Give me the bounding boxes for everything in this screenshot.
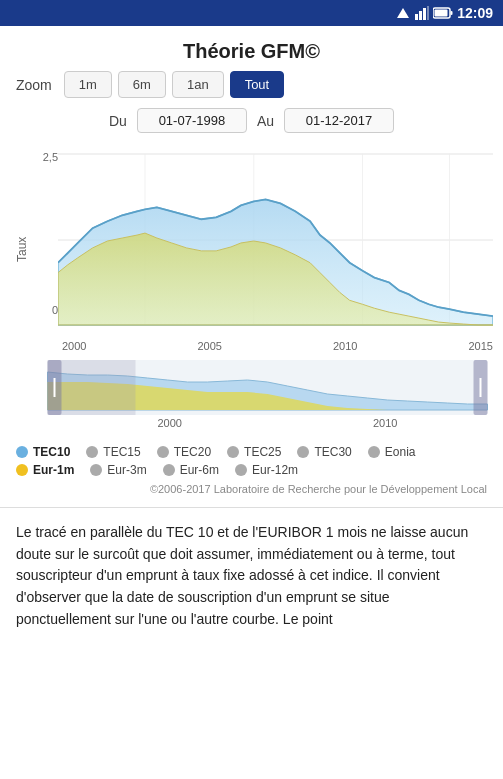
zoom-tout[interactable]: Tout — [230, 71, 285, 98]
legend-tec15: TEC15 — [86, 445, 140, 459]
eonia-dot — [368, 446, 380, 458]
eonia-label: Eonia — [385, 445, 416, 459]
from-label: Du — [109, 113, 127, 129]
tec20-dot — [157, 446, 169, 458]
svg-rect-4 — [427, 6, 429, 20]
main-chart-container: Taux 2,5 0 — [10, 143, 493, 356]
date-to-input[interactable] — [284, 108, 394, 133]
mini-x-label-2010: 2010 — [373, 417, 397, 429]
status-icons: 12:09 — [395, 5, 493, 21]
date-row: Du Au — [0, 108, 503, 143]
main-chart-wrap: Taux 2,5 0 — [10, 143, 493, 356]
eur12m-dot — [235, 464, 247, 476]
signal-icon — [395, 6, 411, 20]
page-title: Théorie GFM© — [0, 26, 503, 71]
tec20-label: TEC20 — [174, 445, 211, 459]
zoom-1m[interactable]: 1m — [64, 71, 112, 98]
zoom-label: Zoom — [16, 77, 52, 93]
eur3m-dot — [90, 464, 102, 476]
network-icon — [415, 6, 429, 20]
svg-rect-6 — [451, 11, 453, 15]
legend-eur3m: Eur-3m — [90, 463, 146, 477]
body-text: Le tracé en parallèle du TEC 10 et de l'… — [0, 512, 503, 640]
eur1m-label: Eur-1m — [33, 463, 74, 477]
mini-x-label-2000: 2000 — [158, 417, 182, 429]
svg-rect-3 — [423, 8, 426, 20]
eur6m-dot — [163, 464, 175, 476]
legend-tec25: TEC25 — [227, 445, 281, 459]
legend-tec10: TEC10 — [16, 445, 70, 459]
eur12m-label: Eur-12m — [252, 463, 298, 477]
tec10-label: TEC10 — [33, 445, 70, 459]
tec15-dot — [86, 446, 98, 458]
y-tick-top: 2,5 — [43, 151, 58, 163]
date-from-input[interactable] — [137, 108, 247, 133]
mini-chart-inner: 2000 2010 — [34, 360, 493, 431]
mini-x-labels: 2000 2010 — [62, 415, 493, 431]
y-tick-bottom: 0 — [52, 304, 58, 316]
x-label-2010: 2010 — [333, 340, 357, 352]
legend-tec20: TEC20 — [157, 445, 211, 459]
tec25-dot — [227, 446, 239, 458]
main-chart-svg — [58, 143, 493, 338]
tec30-dot — [297, 446, 309, 458]
tec30-label: TEC30 — [314, 445, 351, 459]
main-chart: 2,5 0 — [34, 143, 493, 356]
svg-rect-7 — [435, 10, 448, 17]
x-label-2015: 2015 — [469, 340, 493, 352]
legend-tec30: TEC30 — [297, 445, 351, 459]
time-display: 12:09 — [457, 5, 493, 21]
y-axis-label: Taux — [10, 143, 34, 356]
battery-icon — [433, 7, 453, 19]
to-label: Au — [257, 113, 274, 129]
legend: TEC10 TEC15 TEC20 TEC25 TEC30 Eonia Eur-… — [0, 439, 503, 481]
tec25-label: TEC25 — [244, 445, 281, 459]
zoom-1an[interactable]: 1an — [172, 71, 224, 98]
x-axis-labels: 2000 2005 2010 2015 — [62, 338, 493, 356]
zoom-buttons: 1m 6m 1an Tout — [64, 71, 284, 98]
status-bar: 12:09 — [0, 0, 503, 26]
legend-eonia: Eonia — [368, 445, 416, 459]
tec15-label: TEC15 — [103, 445, 140, 459]
svg-rect-1 — [415, 14, 418, 20]
tec10-dot — [16, 446, 28, 458]
y-ticks: 2,5 0 — [34, 151, 58, 316]
zoom-row: Zoom 1m 6m 1an Tout — [0, 71, 503, 108]
eur6m-label: Eur-6m — [180, 463, 219, 477]
legend-eur12m: Eur-12m — [235, 463, 298, 477]
legend-eur1m: Eur-1m — [16, 463, 74, 477]
legend-eur6m: Eur-6m — [163, 463, 219, 477]
svg-marker-0 — [397, 8, 409, 18]
mini-chart-container: 2000 2010 — [10, 360, 493, 431]
svg-rect-2 — [419, 11, 422, 20]
eur3m-label: Eur-3m — [107, 463, 146, 477]
mini-chart-svg — [38, 360, 497, 415]
zoom-6m[interactable]: 6m — [118, 71, 166, 98]
copyright: ©2006-2017 Laboratoire de Recherche pour… — [0, 481, 503, 503]
divider — [0, 507, 503, 508]
x-label-2000: 2000 — [62, 340, 86, 352]
x-label-2005: 2005 — [198, 340, 222, 352]
eur1m-dot — [16, 464, 28, 476]
